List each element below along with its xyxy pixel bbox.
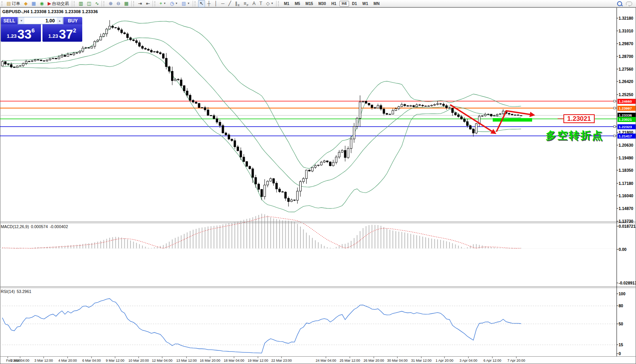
chart-canvas[interactable] [0, 0, 636, 364]
periods-icon: ◷ [170, 1, 174, 6]
trendline-button[interactable]: ╱ [227, 0, 232, 7]
toolbar-right [617, 1, 636, 6]
timeframe-H4[interactable]: H4 [339, 1, 349, 7]
tile-windows-button[interactable]: ▦ [123, 0, 130, 7]
macd-signal-value: -0.000402 [50, 224, 68, 229]
new-order-icon: ▤ [7, 1, 11, 6]
macd-value: 0.000574 [31, 224, 48, 229]
tb-sep [131, 1, 132, 7]
tb-sep [72, 1, 72, 7]
metaeditor-button[interactable]: ◆ [22, 0, 29, 7]
toolbar-items: ▤订单◆▦◉▶自动交易▥◫∿⊕⊖▦⇥⇤+▼◷▼▨▼↖┼│─╱∥E≡FAT◇▼M1… [1, 0, 382, 7]
tb-sep [276, 1, 276, 7]
tile-windows-icon: ▦ [124, 1, 129, 6]
rsi-panel-splitter[interactable] [0, 286, 636, 288]
bar-chart-button[interactable]: ▥ [77, 0, 85, 7]
buy-price-sup: 2 [73, 24, 76, 34]
indicators-icon: + [159, 1, 162, 6]
buy-price-prefix: 1.23 [48, 32, 58, 40]
line-chart-icon: ∿ [95, 1, 99, 6]
metatrader-terminal: { "toolbar": { "buttons": [ {"name":"new… [0, 0, 636, 364]
chevron-down-icon[interactable]: ▼ [187, 0, 190, 7]
crosshair-icon: ┼ [207, 1, 211, 6]
auto-trading-button[interactable]: ▶自动交易 [46, 0, 70, 7]
tb-handle [195, 1, 197, 6]
sell-price-prefix: 1.23 [7, 32, 17, 40]
tb-handle [154, 1, 156, 6]
text-label-icon: T [259, 1, 262, 6]
indicators-button[interactable]: +▼ [158, 0, 168, 7]
search-icon[interactable] [617, 1, 622, 6]
sell-price[interactable]: 1.23336 [1, 24, 41, 42]
cursor-button[interactable]: ↖ [198, 0, 205, 7]
candlestick-chart-button[interactable]: ◫ [85, 0, 93, 7]
arrows-button[interactable]: ◇▼ [265, 0, 275, 7]
auto-scroll-icon: ⇥ [138, 1, 142, 6]
chevron-down-icon[interactable]: ▼ [163, 0, 166, 7]
buy-button[interactable]: BUY [63, 17, 82, 24]
zoom-in-icon: ⊕ [109, 1, 112, 6]
new-order-button-label: 订单 [12, 0, 20, 7]
volume-input[interactable]: 1.00 [24, 17, 57, 24]
chevron-down-icon[interactable]: ▼ [271, 0, 273, 7]
market-watch-icon: ◉ [40, 1, 44, 6]
timeframe-M30[interactable]: M30 [316, 1, 328, 7]
timeframe-H1[interactable]: H1 [329, 1, 339, 7]
chart-quote-header: GBPUSD-,H4 1.23308 1.23336 1.23308 1.233… [2, 9, 98, 14]
macd-panel-splitter[interactable] [0, 222, 636, 223]
volume-control: ▼ 1.00 ▲ [18, 17, 63, 24]
chat-icon[interactable] [626, 2, 632, 6]
tb-sep [153, 1, 153, 7]
timeframe-M1[interactable]: M1 [282, 1, 292, 7]
text-label-button[interactable]: T [258, 0, 264, 7]
crosshair-button[interactable]: ┼ [206, 0, 212, 7]
turning-point-annotation: 多空转折点 [546, 129, 604, 142]
buy-price[interactable]: 1.23372 [42, 24, 83, 42]
line-chart-button[interactable]: ∿ [93, 0, 100, 7]
zoom-in-button[interactable]: ⊕ [107, 0, 114, 7]
equidistant-channel-icon: ∥ [235, 1, 237, 6]
sell-button[interactable]: SELL [1, 17, 18, 24]
horizontal-line-button[interactable]: ─ [220, 0, 226, 7]
fibonacci-icon: ≡ [244, 1, 246, 6]
arrows-icon: ◇ [266, 1, 270, 6]
timeframe-MN[interactable]: MN [371, 1, 382, 7]
fibonacci-button[interactable]: ≡F [242, 0, 250, 7]
bar-chart-icon: ▥ [79, 1, 83, 6]
volume-increase-button[interactable]: ▲ [57, 17, 63, 24]
new-order-button[interactable]: ▤订单 [5, 0, 22, 7]
timeframe-M5[interactable]: M5 [292, 1, 302, 7]
auto-scroll-button[interactable]: ⇥ [137, 0, 144, 7]
tb-sep [193, 1, 193, 7]
tb-sep [102, 1, 102, 7]
sell-price-big: 33 [17, 29, 32, 40]
trendline-icon: ╱ [228, 1, 231, 6]
sub-label: F [247, 3, 249, 7]
sell-price-sup: 6 [32, 24, 35, 34]
horizontal-line-icon: ─ [221, 1, 225, 6]
timeframe-D1[interactable]: D1 [350, 1, 360, 7]
timeframe-M15[interactable]: M15 [303, 1, 315, 7]
buy-price-big: 37 [59, 29, 73, 40]
timeframe-W1[interactable]: W1 [360, 1, 370, 7]
metaeditor-icon: ◆ [24, 1, 27, 6]
cursor-icon: ↖ [200, 1, 204, 6]
zoom-out-icon: ⊖ [116, 1, 120, 6]
tb-handle [133, 1, 135, 6]
templates-icon: ▨ [181, 1, 186, 6]
toolbar: ▤订单◆▦◉▶自动交易▥◫∿⊕⊖▦⇥⇤+▼◷▼▨▼↖┼│─╱∥E≡FAT◇▼M1… [0, 0, 636, 7]
vertical-line-button[interactable]: │ [213, 0, 219, 7]
volume-decrease-button[interactable]: ▼ [19, 17, 24, 24]
text-button[interactable]: A [251, 0, 257, 7]
equidistant-channel-button[interactable]: ∥E [233, 0, 241, 7]
chevron-down-icon[interactable]: ▼ [175, 0, 178, 7]
new-chart-button[interactable]: ▦ [30, 0, 37, 7]
market-watch-button[interactable]: ◉ [38, 0, 45, 7]
macd-label: MACD(12,26,9) [1, 224, 29, 229]
rsi-header: RSI(14)53.2961 [1, 289, 33, 294]
templates-button[interactable]: ▨▼ [180, 0, 191, 7]
price-annotation-box: 1.23021 [563, 114, 595, 123]
zoom-out-button[interactable]: ⊖ [115, 0, 122, 7]
chart-shift-button[interactable]: ⇤ [144, 0, 151, 7]
periods-button[interactable]: ◷▼ [168, 0, 179, 7]
